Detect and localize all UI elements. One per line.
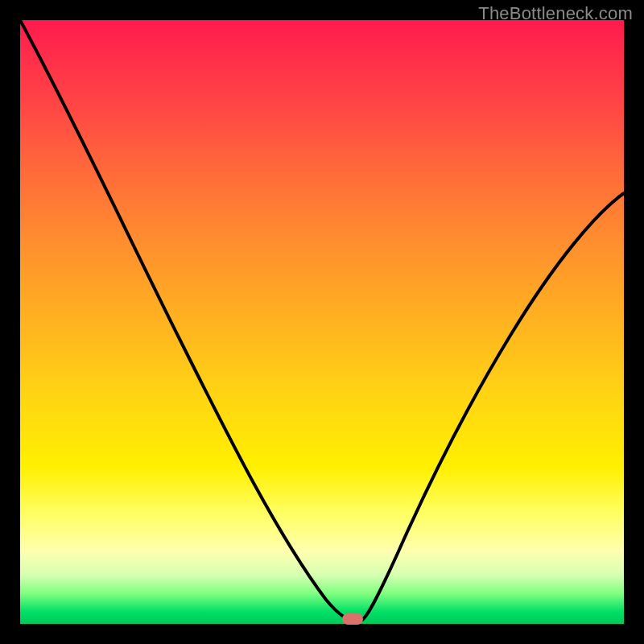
bottleneck-curve xyxy=(20,20,624,624)
watermark-text: TheBottleneck.com xyxy=(478,3,633,24)
plot-area xyxy=(20,20,624,624)
curve-path xyxy=(20,20,624,620)
chart-frame: TheBottleneck.com xyxy=(0,0,644,644)
optimal-point-marker xyxy=(342,613,363,625)
